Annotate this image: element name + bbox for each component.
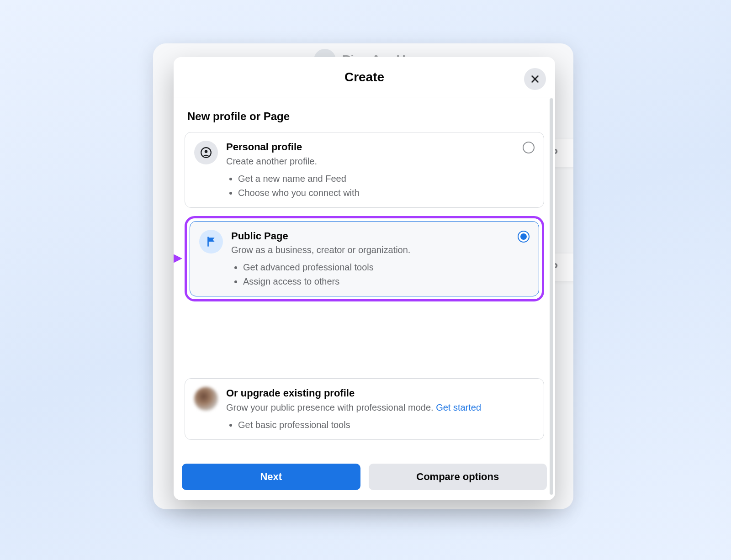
option-title: Personal profile xyxy=(226,141,516,153)
person-circle-icon xyxy=(194,141,218,164)
upgrade-bullets: Get basic professional tools xyxy=(226,418,516,432)
compare-options-button[interactable]: Compare options xyxy=(369,464,547,490)
annotation-highlight: Public Page Grow as a business, creator … xyxy=(185,216,544,302)
bullet-item: Choose who you connect with xyxy=(238,186,516,200)
option-public-page[interactable]: Public Page Grow as a business, creator … xyxy=(190,221,539,297)
create-modal: Create New profile or Page Personal prof… xyxy=(174,57,555,500)
bullet-item: Assign access to others xyxy=(243,275,511,289)
modal-header: Create xyxy=(174,57,555,97)
option-bullets: Get a new name and Feed Choose who you c… xyxy=(226,172,516,200)
bullet-item: Get a new name and Feed xyxy=(238,172,516,186)
flag-icon xyxy=(199,230,223,254)
upgrade-title: Or upgrade existing profile xyxy=(226,387,516,400)
close-button[interactable] xyxy=(524,68,546,90)
upgrade-subtitle-text: Grow your public presence with professio… xyxy=(226,402,436,412)
scrollbar[interactable] xyxy=(550,98,553,495)
upgrade-existing-card: Or upgrade existing profile Grow your pu… xyxy=(185,378,544,440)
modal-body: New profile or Page Personal profile Cre… xyxy=(174,97,555,457)
next-button[interactable]: Next xyxy=(182,464,360,490)
avatar xyxy=(194,387,218,411)
option-subtitle: Create another profile. xyxy=(226,155,516,167)
get-started-link[interactable]: Get started xyxy=(436,402,481,412)
section-title: New profile or Page xyxy=(187,110,544,123)
upgrade-subtitle: Grow your public presence with professio… xyxy=(226,402,516,413)
bullet-item: Get basic professional tools xyxy=(238,418,516,432)
option-personal-profile[interactable]: Personal profile Create another profile.… xyxy=(185,132,544,208)
upgrade-text-block: Or upgrade existing profile Grow your pu… xyxy=(226,387,535,432)
radio-selected[interactable] xyxy=(518,231,530,243)
svg-point-1 xyxy=(205,150,208,153)
radio-unselected[interactable] xyxy=(523,142,535,153)
spacer xyxy=(185,310,544,378)
option-text-block: Public Page Grow as a business, creator … xyxy=(231,230,530,289)
annotation-arrow-icon xyxy=(174,252,182,265)
modal-footer: Next Compare options xyxy=(174,457,555,500)
modal-title: Create xyxy=(344,70,384,85)
close-icon xyxy=(530,74,540,84)
option-text-block: Personal profile Create another profile.… xyxy=(226,141,535,200)
svg-marker-3 xyxy=(174,254,182,263)
bullet-item: Get advanced professional tools xyxy=(243,260,511,275)
option-bullets: Get advanced professional tools Assign a… xyxy=(231,260,511,289)
option-subtitle: Grow as a business, creator or organizat… xyxy=(231,244,511,256)
option-title: Public Page xyxy=(231,230,511,243)
